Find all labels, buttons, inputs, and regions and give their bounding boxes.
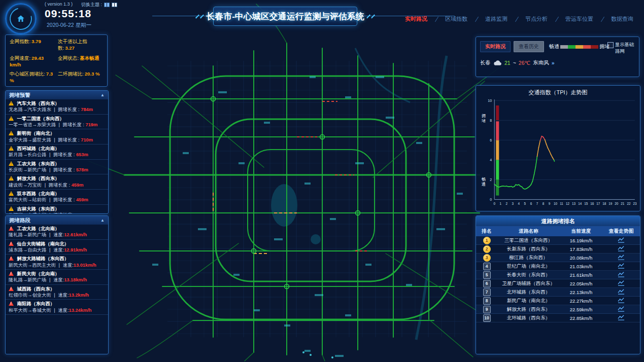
- road-name: 工农大路（北向南）: [17, 226, 60, 231]
- current-speed: 22.27km/h: [560, 298, 602, 304]
- trend-chart-icon[interactable]: [618, 254, 625, 262]
- trend-chart-icon[interactable]: [618, 237, 625, 244]
- road-range: 新月路→长白公路: [9, 152, 46, 157]
- junction-icons: [211, 97, 431, 289]
- road-name: 新明街（南向北）: [17, 131, 55, 136]
- congested-segment-item[interactable]: 仙台大街辅路（南向北） 浦东路→自由大路 | 速度:12.91km/h: [6, 240, 108, 255]
- table-header-row: 排名 道路名称 当前速度 查看走势图: [476, 226, 640, 236]
- legend-smooth-label: 畅通: [549, 43, 559, 50]
- length-label: 拥堵长度 :: [58, 137, 79, 142]
- congestion-length: 719m: [86, 122, 98, 127]
- table-row[interactable]: 9 解放大路（西向东） 22.59km/h: [476, 305, 640, 314]
- trend-chart-icon[interactable]: [618, 271, 625, 279]
- road-range: 隆礼路→新民广场: [9, 277, 46, 282]
- congestion-warning-item[interactable]: 一零二国道（东向西） 一零一省道→东荣大路 | 拥堵长度 : 719m: [6, 115, 108, 130]
- road-name: 汽车大路（西向东）: [17, 101, 60, 106]
- svg-text:2: 2: [506, 202, 508, 205]
- network-stats-panel: 全网指数:3.79 次干道以上指数:3.27 全网速度:29.43 km/h 全…: [5, 34, 108, 87]
- congestion-warning-item[interactable]: 汽车大路（西向东） 无名路→汽车大路东 | 拥堵长度 : 784m: [6, 99, 108, 115]
- length-label: 拥堵长度 :: [63, 122, 84, 127]
- table-row[interactable]: 8 新民广场（南向北） 22.27km/h: [476, 297, 640, 305]
- rank-badge: 1: [483, 237, 491, 244]
- current-speed: 22.13km/h: [560, 289, 602, 295]
- realtime-traffic-button[interactable]: 实时路况: [480, 41, 511, 52]
- trend-chart-icon[interactable]: [618, 288, 625, 296]
- road-name: 长春大街（东向西）: [497, 272, 560, 278]
- table-row[interactable]: 3 柳江路（东向西） 20.08km/h: [476, 254, 640, 262]
- congested-road-overlays: [213, 101, 368, 254]
- tpi-line-chart[interactable]: 0246810012345678910111213141516171819202…: [476, 96, 640, 210]
- svg-text:0: 0: [493, 202, 495, 205]
- congested-segment-item[interactable]: 工农大路（北向南） 隆礼路→新民广场 | 速度:12.61km/h: [6, 225, 108, 240]
- table-row[interactable]: 5 长春大街（东向西） 21.61km/h: [476, 271, 640, 279]
- table-row[interactable]: 10 北环城路（西向东） 22.85km/h: [476, 314, 640, 322]
- congestion-length: 459m: [76, 197, 88, 202]
- svg-text:7: 7: [536, 202, 538, 205]
- theme-swatch-icon[interactable]: [104, 3, 110, 7]
- trend-chart-icon[interactable]: [618, 297, 625, 305]
- current-speed: 21.61km/h: [560, 272, 602, 278]
- congestion-warning-item[interactable]: 双丰西路（北向南） 富民大街→站前街 | 拥堵长度 : 459m: [6, 190, 108, 205]
- table-row[interactable]: 6 卫星广场辅路（西向东） 22.05km/h: [476, 279, 640, 288]
- road-condition-controls: 实时路况 查看历史 畅通 拥堵 显示基础路网 长春 21~26℃ 东南风 »: [476, 37, 639, 77]
- congestion-warning-item[interactable]: 西环城路（北向南） 新月路→长白公路 | 拥堵长度 : 653m: [6, 144, 108, 160]
- congestion-warning-item[interactable]: 新明街（南向北） 金宇大路→盛世大路 | 拥堵长度 : 710m: [6, 129, 108, 144]
- table-row[interactable]: 7 北环城路（东向西） 22.13km/h: [476, 288, 640, 297]
- alert-triangle-icon: [9, 286, 14, 291]
- nav-item-region-index[interactable]: 区域指数: [432, 14, 472, 24]
- separator: |: [49, 167, 50, 172]
- date-label: 2020-06-22 星期一: [47, 22, 91, 29]
- separator: |: [54, 107, 55, 112]
- rank-badge: 6: [483, 280, 491, 287]
- congestion-warning-item[interactable]: 解放大路（西向东） 建设街→万宝街 | 拥堵长度 : 459m: [6, 174, 108, 190]
- table-row[interactable]: 1 三零二国道（东向西） 16.19km/h: [476, 236, 640, 245]
- warning-triangle-icon: [9, 116, 14, 121]
- trend-chart-icon[interactable]: [618, 306, 625, 313]
- home-logo[interactable]: [5, 3, 37, 34]
- checkbox-icon[interactable]: [607, 42, 614, 48]
- cloud-icon: [493, 60, 502, 66]
- separator: |: [49, 212, 50, 213]
- theme-swatch-icon[interactable]: [112, 3, 117, 7]
- weather-more-arrow[interactable]: »: [552, 60, 555, 66]
- alert-triangle-icon: [9, 271, 14, 276]
- svg-text:19: 19: [608, 202, 612, 205]
- nav-item-data-query[interactable]: 数据查询: [598, 14, 638, 24]
- congestion-warning-item[interactable]: 吉林大路（东向西） 临河街→东盛大街 | 拥堵长度 : 455m: [6, 205, 108, 213]
- stat-network-index: 全网指数:3.79: [10, 39, 55, 52]
- current-speed: 22.85km/h: [560, 315, 602, 321]
- congestion-length: 653m: [76, 152, 88, 157]
- warning-triangle-icon: [9, 161, 14, 166]
- collapse-icon[interactable]: ▲: [100, 218, 105, 223]
- trend-chart-icon[interactable]: [618, 314, 625, 322]
- congested-segment-item[interactable]: 南阳路（东向西） 和平大街→春城大街 | 速度:13.24km/h: [6, 300, 108, 315]
- alert-triangle-icon: [9, 256, 14, 261]
- segment-speed: 12.61km/h: [64, 232, 87, 237]
- rank-badge: 7: [483, 288, 491, 296]
- trend-chart-icon[interactable]: [618, 263, 625, 270]
- nav-item-node-analysis[interactable]: 节点分析: [512, 14, 552, 24]
- nav-item-road-monitor[interactable]: 道路监测: [472, 14, 512, 24]
- congested-segment-item[interactable]: 城西路（西向东） 红领巾街→创业大街 | 速度:13.2km/h: [6, 285, 108, 300]
- segment-speed: 13.2km/h: [69, 293, 89, 298]
- nav-item-fleet-location[interactable]: 营运车位置: [552, 14, 598, 24]
- table-row[interactable]: 2 长新东路（西向东） 17.83km/h: [476, 245, 640, 254]
- base-network-toggle[interactable]: 显示基础路网: [607, 42, 636, 55]
- road-name: 解放大路（西向东）: [497, 306, 560, 313]
- length-label: 拥堵长度 :: [53, 167, 75, 172]
- city-label: 长春: [480, 59, 491, 66]
- table-row[interactable]: 4 世纪广场（南向北） 21.03km/h: [476, 262, 640, 271]
- svg-text:2: 2: [490, 178, 492, 182]
- view-history-button[interactable]: 查看历史: [514, 41, 544, 52]
- trend-chart-icon[interactable]: [618, 245, 625, 253]
- congested-segment-item[interactable]: 解放大路辅路（东向西） 新民大街→西民主大街 | 速度:13.01km/h: [6, 255, 108, 270]
- current-speed: 20.08km/h: [560, 255, 602, 261]
- nav-item-realtime[interactable]: 实时路况: [400, 14, 432, 24]
- congestion-length: 578m: [76, 167, 88, 172]
- congested-segment-item[interactable]: 新民大街（北向南） 隆礼路→新民广场 | 速度:13.18km/h: [6, 270, 108, 285]
- current-speed: 22.59km/h: [560, 307, 602, 312]
- separator: |: [49, 277, 50, 282]
- collapse-icon[interactable]: ▲: [100, 93, 105, 97]
- trend-chart-icon[interactable]: [618, 280, 625, 287]
- congestion-warning-item[interactable]: 工农大路（东向西） 长庆街→新民广场 | 拥堵长度 : 578m: [6, 160, 108, 175]
